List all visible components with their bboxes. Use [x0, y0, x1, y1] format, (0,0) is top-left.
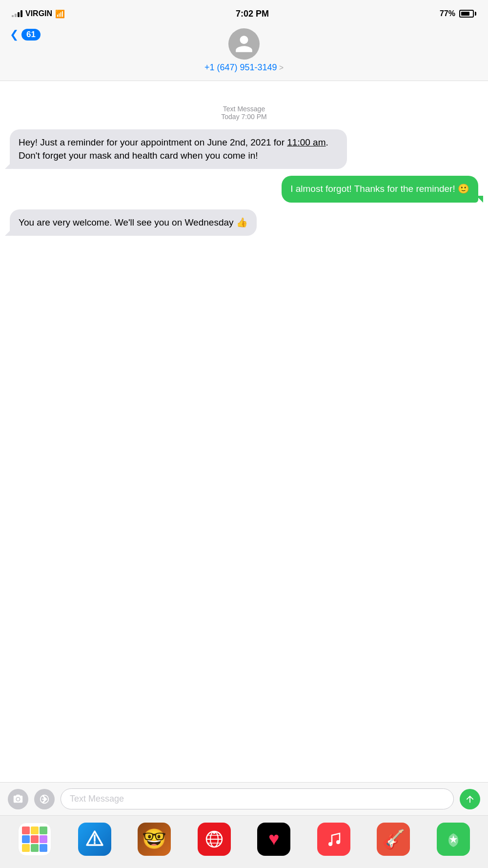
green-app-icon	[443, 828, 464, 850]
dock-faceapp-icon[interactable]: 🤓	[138, 823, 171, 856]
nav-header: ❮ 61 +1 (647) 951-3149 >	[0, 24, 488, 81]
battery-body	[459, 10, 474, 18]
dock-browser-icon[interactable]	[198, 823, 231, 856]
dock-garageband-icon[interactable]: 🎸	[377, 823, 410, 856]
contact-avatar[interactable]	[228, 28, 260, 60]
svg-point-9	[328, 842, 332, 846]
message-type-label: Text Message	[10, 105, 478, 113]
bubble-outgoing-1: I almost forgot! Thanks for the reminder…	[282, 176, 478, 203]
music-icon	[323, 828, 345, 850]
signal-bar-1	[12, 15, 14, 17]
svg-point-10	[336, 840, 340, 844]
signal-bars-icon	[12, 10, 22, 17]
heart-emoji: ♥	[268, 828, 280, 849]
message-list: Text Message Today 7:00 PM Hey! Just a r…	[0, 95, 488, 763]
battery-fill	[461, 12, 469, 16]
signal-bar-2	[15, 14, 17, 17]
globe-icon	[203, 828, 225, 850]
status-bar: VIRGIN 📶 7:02 PM 77%	[0, 0, 488, 24]
status-left: VIRGIN 📶	[12, 9, 65, 19]
status-right: 77%	[440, 9, 476, 18]
dock-photos-icon[interactable]	[18, 823, 51, 856]
guitar-emoji: 🎸	[382, 828, 405, 850]
contact-phone[interactable]: +1 (647) 951-3149 >	[204, 62, 284, 73]
chevron-right-icon: >	[279, 63, 284, 72]
wifi-icon: 📶	[55, 9, 65, 19]
message-meta: Text Message Today 7:00 PM	[10, 105, 478, 121]
battery-tip	[475, 12, 476, 16]
appstore-dock-icon	[84, 828, 105, 850]
appstore-input-icon	[39, 794, 50, 805]
bubble-incoming-1: Hey! Just a reminder for your appointmen…	[10, 129, 347, 169]
message-row-1: Hey! Just a reminder for your appointmen…	[10, 129, 478, 169]
dock-appstore-icon[interactable]	[78, 823, 111, 856]
back-button[interactable]: ❮ 61	[10, 28, 41, 41]
status-time: 7:02 PM	[236, 9, 269, 19]
dock-music-icon[interactable]	[317, 823, 350, 856]
message-input-placeholder[interactable]: Text Message	[70, 794, 124, 804]
battery-percent: 77%	[440, 9, 455, 18]
photos-grid	[22, 827, 47, 852]
appstore-button[interactable]	[34, 789, 55, 809]
svg-point-2	[94, 842, 96, 844]
phone-number: +1 (647) 951-3149	[204, 62, 277, 73]
signal-bar-4	[20, 10, 22, 17]
camera-icon	[13, 794, 23, 805]
svg-point-8	[213, 831, 216, 834]
faceapp-emoji: 🤓	[142, 827, 166, 850]
main-content: VIRGIN 📶 7:02 PM 77% ❮ 61 +1 (647) 951-3	[0, 0, 488, 868]
dock: 🤓 ♥ 🎸	[0, 815, 488, 868]
carrier-label: VIRGIN	[25, 9, 52, 18]
bubble-incoming-2: You are very welcome. We'll see you on W…	[10, 209, 257, 236]
time-underline: 11:00 am	[287, 137, 325, 147]
back-chevron-icon: ❮	[10, 28, 19, 41]
signal-bar-3	[18, 12, 20, 17]
dock-heart-icon[interactable]: ♥	[257, 823, 290, 856]
camera-button[interactable]	[8, 789, 28, 809]
input-bar: Text Message	[0, 782, 488, 815]
message-input-wrapper[interactable]: Text Message	[61, 788, 454, 809]
person-icon	[234, 34, 254, 54]
battery-icon	[459, 10, 476, 18]
send-icon	[465, 794, 475, 805]
dock-green-icon[interactable]	[437, 823, 470, 856]
send-button[interactable]	[460, 789, 480, 809]
message-time-label: Today 7:00 PM	[10, 113, 478, 121]
message-row-3: You are very welcome. We'll see you on W…	[10, 209, 478, 236]
message-row-2: I almost forgot! Thanks for the reminder…	[10, 176, 478, 203]
back-badge-count: 61	[21, 29, 41, 41]
